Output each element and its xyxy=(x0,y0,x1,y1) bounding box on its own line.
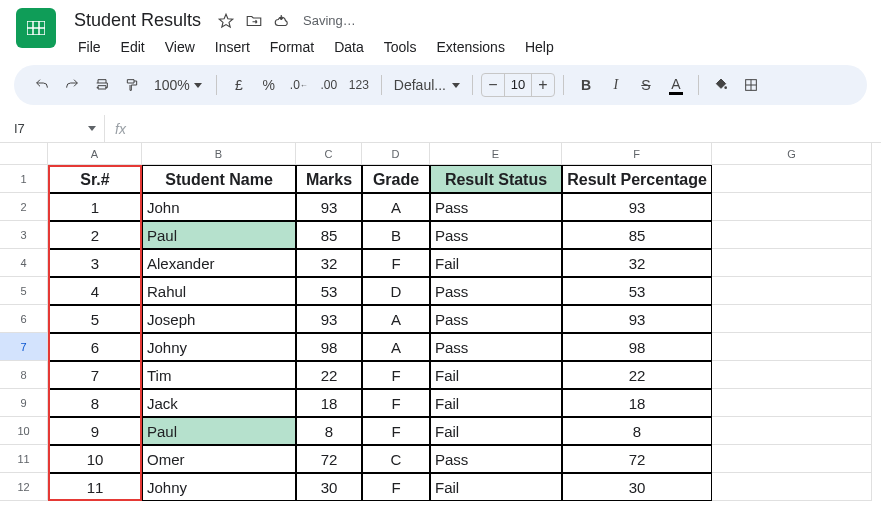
row-header-10[interactable]: 10 xyxy=(0,417,48,445)
cell-e7[interactable]: Pass xyxy=(430,333,562,361)
row-header-7[interactable]: 7 xyxy=(0,333,48,361)
cell-b12[interactable]: Johny xyxy=(142,473,296,501)
cell-a5[interactable]: 4 xyxy=(48,277,142,305)
cell-d2[interactable]: A xyxy=(362,193,430,221)
menu-data[interactable]: Data xyxy=(326,35,372,59)
cloud-status-icon[interactable] xyxy=(273,12,291,30)
cell-d7[interactable]: A xyxy=(362,333,430,361)
cell-c4[interactable]: 32 xyxy=(296,249,362,277)
cell-e8[interactable]: Fail xyxy=(430,361,562,389)
fill-color-button[interactable] xyxy=(707,71,735,99)
cell-f10[interactable]: 8 xyxy=(562,417,712,445)
header-cell-a[interactable]: Sr.# xyxy=(48,165,142,193)
font-size-value[interactable]: 10 xyxy=(504,74,532,96)
row-header-5[interactable]: 5 xyxy=(0,277,48,305)
cell-e12[interactable]: Fail xyxy=(430,473,562,501)
menu-extensions[interactable]: Extensions xyxy=(428,35,512,59)
cell-b9[interactable]: Jack xyxy=(142,389,296,417)
header-cell-d[interactable]: Grade xyxy=(362,165,430,193)
cell-b11[interactable]: Omer xyxy=(142,445,296,473)
cell-a9[interactable]: 8 xyxy=(48,389,142,417)
cell-d10[interactable]: F xyxy=(362,417,430,445)
menu-tools[interactable]: Tools xyxy=(376,35,425,59)
cell-d11[interactable]: C xyxy=(362,445,430,473)
cell-a3[interactable]: 2 xyxy=(48,221,142,249)
cell-g10[interactable] xyxy=(712,417,872,445)
cell-e9[interactable]: Fail xyxy=(430,389,562,417)
col-header-A[interactable]: A xyxy=(48,143,142,165)
cell-c11[interactable]: 72 xyxy=(296,445,362,473)
row-header-12[interactable]: 12 xyxy=(0,473,48,501)
cell-d9[interactable]: F xyxy=(362,389,430,417)
select-all-corner[interactable] xyxy=(0,143,48,165)
cell-g9[interactable] xyxy=(712,389,872,417)
menu-edit[interactable]: Edit xyxy=(113,35,153,59)
row-header-6[interactable]: 6 xyxy=(0,305,48,333)
cell-b3[interactable]: Paul xyxy=(142,221,296,249)
star-icon[interactable] xyxy=(217,12,235,30)
increase-decimal-button[interactable]: .00 xyxy=(315,71,343,99)
cell-a11[interactable]: 10 xyxy=(48,445,142,473)
cell-e10[interactable]: Fail xyxy=(430,417,562,445)
menu-view[interactable]: View xyxy=(157,35,203,59)
cell-f11[interactable]: 72 xyxy=(562,445,712,473)
cell-g11[interactable] xyxy=(712,445,872,473)
cell-a2[interactable]: 1 xyxy=(48,193,142,221)
cell-f8[interactable]: 22 xyxy=(562,361,712,389)
undo-button[interactable] xyxy=(28,71,56,99)
zoom-select[interactable]: 100% xyxy=(148,77,208,93)
row-header-2[interactable]: 2 xyxy=(0,193,48,221)
borders-button[interactable] xyxy=(737,71,765,99)
cell-g7[interactable] xyxy=(712,333,872,361)
cell-f7[interactable]: 98 xyxy=(562,333,712,361)
print-button[interactable] xyxy=(88,71,116,99)
cell-f6[interactable]: 93 xyxy=(562,305,712,333)
cell-a7[interactable]: 6 xyxy=(48,333,142,361)
name-box[interactable]: I7 xyxy=(0,121,104,136)
cell-g5[interactable] xyxy=(712,277,872,305)
cell-c3[interactable]: 85 xyxy=(296,221,362,249)
row-header-3[interactable]: 3 xyxy=(0,221,48,249)
cell-g1[interactable] xyxy=(712,165,872,193)
paint-format-button[interactable] xyxy=(118,71,146,99)
cell-e6[interactable]: Pass xyxy=(430,305,562,333)
cell-a10[interactable]: 9 xyxy=(48,417,142,445)
cell-a8[interactable]: 7 xyxy=(48,361,142,389)
cell-f3[interactable]: 85 xyxy=(562,221,712,249)
decrease-decimal-button[interactable]: .0← xyxy=(285,71,313,99)
formula-bar[interactable] xyxy=(136,115,881,142)
cell-d12[interactable]: F xyxy=(362,473,430,501)
cell-c5[interactable]: 53 xyxy=(296,277,362,305)
cell-c2[interactable]: 93 xyxy=(296,193,362,221)
cell-c10[interactable]: 8 xyxy=(296,417,362,445)
menu-format[interactable]: Format xyxy=(262,35,322,59)
cell-d8[interactable]: F xyxy=(362,361,430,389)
cell-f4[interactable]: 32 xyxy=(562,249,712,277)
cell-b7[interactable]: Johny xyxy=(142,333,296,361)
cell-b6[interactable]: Joseph xyxy=(142,305,296,333)
cell-b4[interactable]: Alexander xyxy=(142,249,296,277)
bold-button[interactable]: B xyxy=(572,71,600,99)
col-header-B[interactable]: B xyxy=(142,143,296,165)
menu-file[interactable]: File xyxy=(70,35,109,59)
cell-d4[interactable]: F xyxy=(362,249,430,277)
cell-b2[interactable]: John xyxy=(142,193,296,221)
percent-button[interactable]: % xyxy=(255,71,283,99)
cell-d3[interactable]: B xyxy=(362,221,430,249)
header-cell-c[interactable]: Marks xyxy=(296,165,362,193)
more-formats-button[interactable]: 123 xyxy=(345,71,373,99)
row-header-4[interactable]: 4 xyxy=(0,249,48,277)
cell-e4[interactable]: Fail xyxy=(430,249,562,277)
cell-f2[interactable]: 93 xyxy=(562,193,712,221)
cell-f9[interactable]: 18 xyxy=(562,389,712,417)
cell-a4[interactable]: 3 xyxy=(48,249,142,277)
cell-g12[interactable] xyxy=(712,473,872,501)
increase-font-button[interactable]: + xyxy=(532,76,554,94)
header-cell-f[interactable]: Result Percentage xyxy=(562,165,712,193)
col-header-G[interactable]: G xyxy=(712,143,872,165)
cell-c12[interactable]: 30 xyxy=(296,473,362,501)
row-header-1[interactable]: 1 xyxy=(0,165,48,193)
col-header-E[interactable]: E xyxy=(430,143,562,165)
decrease-font-button[interactable]: − xyxy=(482,76,504,94)
cell-c6[interactable]: 93 xyxy=(296,305,362,333)
